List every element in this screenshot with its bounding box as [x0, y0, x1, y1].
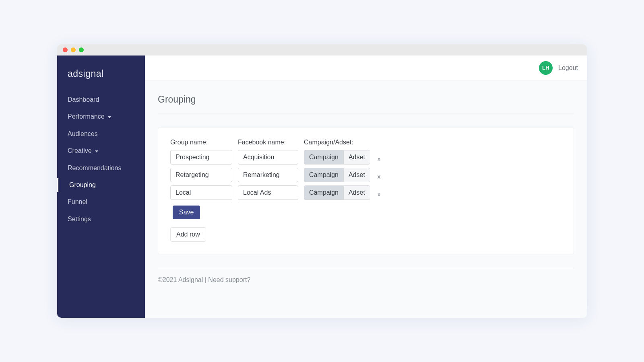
sidebar-item-label: Performance [68, 112, 105, 121]
window-maximize-dot[interactable] [79, 47, 84, 52]
sidebar-item-dashboard[interactable]: Dashboard [57, 91, 145, 108]
sidebar-item-label: Creative [68, 146, 92, 155]
toggle-adset[interactable]: Adset [343, 150, 370, 165]
sidebar-item-recommendations[interactable]: Recommendations [57, 160, 145, 177]
window-minimize-dot[interactable] [71, 47, 76, 52]
chevron-down-icon [108, 116, 111, 118]
sidebar: adsignal DashboardPerformanceAudiencesCr… [57, 56, 145, 318]
main-area: LH Logout Grouping Group name: Facebook … [145, 56, 587, 318]
campaign-adset-toggle: CampaignAdset [304, 150, 370, 165]
sidebar-item-audiences[interactable]: Audiences [57, 125, 145, 142]
facebook-name-input[interactable] [238, 150, 298, 165]
col-label-group-name: Group name: [170, 139, 232, 146]
toggle-wrap: CampaignAdsetx [304, 185, 561, 200]
toggle-wrap: CampaignAdsetx [304, 168, 561, 182]
save-button[interactable]: Save [173, 206, 200, 219]
page-title: Grouping [158, 94, 574, 113]
topbar: LH Logout [145, 56, 587, 80]
group-name-input[interactable] [170, 185, 232, 200]
facebook-name-input[interactable] [238, 185, 298, 200]
sidebar-item-settings[interactable]: Settings [57, 211, 145, 228]
sidebar-item-label: Settings [68, 215, 91, 224]
sidebar-item-creative[interactable]: Creative [57, 142, 145, 159]
sidebar-nav: DashboardPerformanceAudiencesCreativeRec… [57, 91, 145, 228]
toggle-adset[interactable]: Adset [343, 185, 370, 200]
sidebar-item-grouping[interactable]: Grouping [57, 177, 145, 193]
avatar[interactable]: LH [539, 61, 553, 75]
app-window: adsignal DashboardPerformanceAudiencesCr… [57, 44, 587, 318]
add-row-wrap: Add row [170, 227, 561, 242]
grouping-card: Group name: Facebook name: Campaign/Adse… [158, 127, 574, 254]
footer: ©2021 Adsignal | Need support? [158, 268, 574, 284]
chevron-down-icon [95, 150, 98, 152]
sidebar-item-label: Recommendations [68, 164, 121, 173]
col-label-facebook-name: Facebook name: [238, 139, 298, 146]
sidebar-item-label: Funnel [68, 197, 87, 206]
toggle-campaign[interactable]: Campaign [304, 168, 343, 182]
logout-link[interactable]: Logout [558, 64, 578, 72]
delete-row-icon[interactable]: x [376, 172, 382, 181]
campaign-adset-toggle: CampaignAdset [304, 185, 370, 200]
campaign-adset-toggle: CampaignAdset [304, 168, 370, 182]
delete-row-icon[interactable]: x [376, 190, 382, 198]
window-titlebar [57, 44, 587, 56]
delete-row-icon[interactable]: x [376, 154, 382, 163]
grouping-grid: Group name: Facebook name: Campaign/Adse… [170, 139, 561, 200]
toggle-adset[interactable]: Adset [343, 168, 370, 182]
window-close-dot[interactable] [63, 47, 68, 52]
col-label-campaign-adset: Campaign/Adset: [304, 139, 561, 146]
add-row-button[interactable]: Add row [170, 227, 206, 242]
toggle-campaign[interactable]: Campaign [304, 150, 343, 165]
sidebar-item-label: Grouping [69, 181, 96, 189]
content: Grouping Group name: Facebook name: Camp… [145, 80, 587, 318]
facebook-name-input[interactable] [238, 168, 298, 182]
sidebar-item-label: Audiences [68, 130, 98, 138]
sidebar-item-performance[interactable]: Performance [57, 108, 145, 125]
save-row: Save [173, 206, 561, 219]
toggle-wrap: CampaignAdsetx [304, 150, 561, 165]
sidebar-item-label: Dashboard [68, 95, 99, 104]
group-name-input[interactable] [170, 168, 232, 182]
toggle-campaign[interactable]: Campaign [304, 185, 343, 200]
group-name-input[interactable] [170, 150, 232, 165]
sidebar-item-funnel[interactable]: Funnel [57, 193, 145, 210]
app-body: adsignal DashboardPerformanceAudiencesCr… [57, 56, 587, 318]
brand-logo: adsignal [57, 64, 145, 91]
